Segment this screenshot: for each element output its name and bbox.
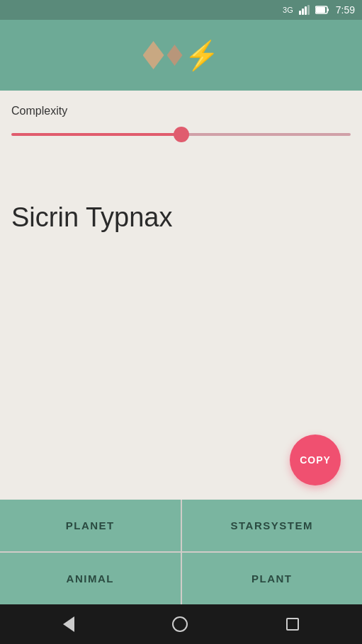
- recents-button[interactable]: [281, 612, 305, 636]
- category-plant-button[interactable]: PLANT: [182, 553, 363, 604]
- complexity-label: Complexity: [11, 105, 351, 117]
- categories-grid: PLANET STARSYSTEM ANIMAL PLANT: [0, 500, 362, 604]
- complexity-section: Complexity: [11, 105, 351, 139]
- generated-name: Sicrin Typnax: [11, 202, 351, 233]
- home-button[interactable]: [166, 611, 193, 638]
- home-icon: [172, 616, 188, 632]
- back-button[interactable]: [57, 611, 80, 638]
- lightning-icon: ⚡: [184, 41, 220, 69]
- category-animal-button[interactable]: ANIMAL: [0, 553, 181, 604]
- battery-icon: [315, 6, 329, 14]
- complexity-slider[interactable]: [11, 133, 351, 136]
- copy-button[interactable]: COPY: [290, 435, 341, 485]
- status-icons: 3G 7:59: [283, 4, 355, 16]
- svg-rect-0: [299, 11, 301, 15]
- logo: ⚡: [143, 41, 220, 69]
- signal-icon: [299, 5, 310, 15]
- category-starsystem-button[interactable]: STARSYSTEM: [182, 500, 363, 551]
- time-display: 7:59: [336, 4, 355, 16]
- svg-rect-1: [302, 8, 304, 15]
- svg-rect-6: [327, 8, 329, 11]
- status-bar: 3G 7:59: [0, 0, 362, 20]
- svg-rect-3: [307, 5, 310, 15]
- recents-icon: [286, 618, 299, 631]
- navigation-bar: [0, 604, 362, 644]
- diamond-left-icon: [143, 41, 164, 69]
- diamond-right-icon: [167, 45, 183, 66]
- network-indicator: 3G: [283, 6, 293, 14]
- category-planet-button[interactable]: PLANET: [0, 500, 181, 551]
- app-header: ⚡: [0, 20, 362, 91]
- back-icon: [63, 616, 74, 632]
- main-content: Complexity Sicrin Typnax COPY: [0, 91, 362, 500]
- svg-rect-5: [316, 7, 325, 13]
- svg-rect-2: [305, 6, 307, 15]
